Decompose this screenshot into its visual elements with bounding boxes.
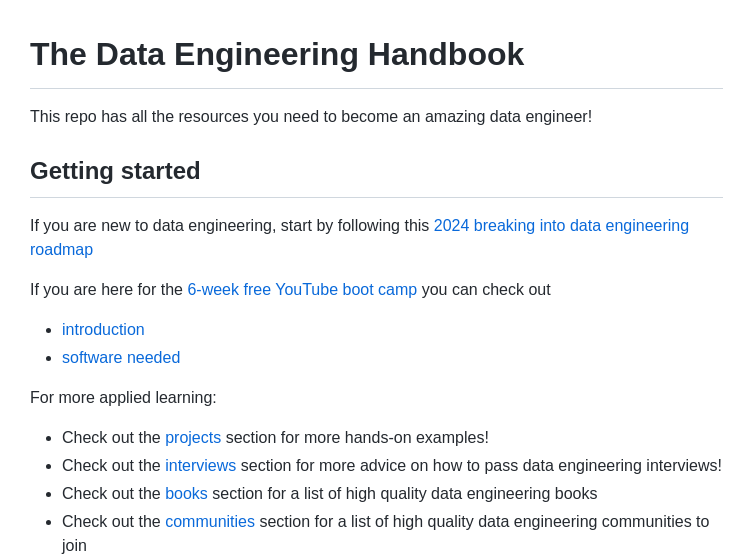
item-prefix: Check out the xyxy=(62,457,165,474)
item-suffix: section for a list of high quality data … xyxy=(208,485,598,502)
intro-paragraph: If you are new to data engineering, star… xyxy=(30,214,723,262)
list-item: Check out the communities section for a … xyxy=(62,510,723,556)
intro-text: If you are new to data engineering, star… xyxy=(30,217,429,234)
applied-link[interactable]: books xyxy=(165,485,208,502)
getting-started-heading: Getting started xyxy=(30,153,723,198)
page-title: The Data Engineering Handbook xyxy=(30,30,723,89)
list-item: Check out the projects section for more … xyxy=(62,426,723,450)
list-item: Check out the interviews section for mor… xyxy=(62,454,723,478)
bullet-link[interactable]: introduction xyxy=(62,321,145,338)
item-prefix: Check out the xyxy=(62,429,165,446)
bootcamp-link[interactable]: 6-week free YouTube boot camp xyxy=(187,281,417,298)
bootcamp-paragraph: If you are here for the 6-week free YouT… xyxy=(30,278,723,302)
list-item: introduction xyxy=(62,318,723,342)
item-suffix: section for more hands-on examples! xyxy=(221,429,489,446)
page-subtitle: This repo has all the resources you need… xyxy=(30,105,723,129)
item-suffix: section for more advice on how to pass d… xyxy=(236,457,722,474)
applied-link[interactable]: communities xyxy=(165,513,255,530)
item-prefix: Check out the xyxy=(62,513,165,530)
applied-link[interactable]: interviews xyxy=(165,457,236,474)
item-prefix: Check out the xyxy=(62,485,165,502)
applied-heading: For more applied learning: xyxy=(30,386,723,410)
bootcamp-text-before: If you are here for the xyxy=(30,281,183,298)
applied-list: Check out the projects section for more … xyxy=(30,426,723,556)
bullet-link[interactable]: software needed xyxy=(62,349,180,366)
bullet-list: introductionsoftware needed xyxy=(30,318,723,370)
list-item: software needed xyxy=(62,346,723,370)
bootcamp-text-after-2: you can check out xyxy=(422,281,551,298)
list-item: Check out the books section for a list o… xyxy=(62,482,723,506)
applied-link[interactable]: projects xyxy=(165,429,221,446)
